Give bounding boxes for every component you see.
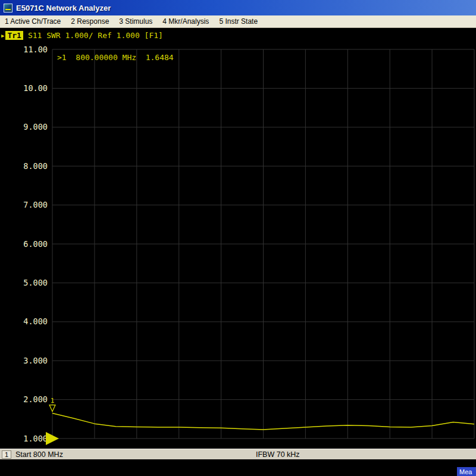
y-tick-label: 7.000 [23,200,48,209]
y-tick-label: 2.000 [23,394,48,404]
y-tick-label: 9.000 [23,122,48,131]
menu-item-mkr-analysis[interactable]: 4 Mkr/Analysis [162,17,209,26]
y-tick-label: 4.000 [23,317,48,326]
active-trace-arrow-icon: ▶ [1,33,4,39]
measurement-status-badge: Mea [457,467,476,476]
menu-item-response[interactable]: 2 Response [71,17,109,26]
marker-readout: >1 800.00000 MHz 1.6484 [57,53,174,62]
menu-item-instr-state[interactable]: 5 Instr State [219,17,258,26]
marker-1-number: 1 [51,397,55,405]
app-window: E5071C Network Analyzer 1 Active Ch/Trac… [0,0,476,476]
menu-item-active-ch-trace[interactable]: 1 Active Ch/Trace [5,17,61,26]
sweep-start-label: Start 800 MHz [15,450,63,459]
y-tick-label: 10.00 [23,83,48,93]
marker-1-icon [49,405,55,412]
y-tick-label: 1.000 [23,434,48,443]
instrument-screen: 11.0010.009.0008.0007.0006.0005.0004.000… [0,28,476,449]
channel-number-badge: 1 [2,450,11,459]
y-tick-label: 8.000 [23,161,48,171]
y-tick-label: 11.00 [23,45,48,54]
channel-status-bar: 1 Start 800 MHz IFBW 70 kHz [0,449,476,459]
instrument-status-bar: Mea [0,459,476,476]
trace-status-line: ▶ Tr1 S11 SWR 1.000/ Ref 1.000 [F1] [1,31,163,40]
ifbw-label: IFBW 70 kHz [256,450,300,459]
y-tick-label: 5.000 [23,278,48,287]
window-title: E5071C Network Analyzer [16,4,111,12]
titlebar[interactable]: E5071C Network Analyzer [0,0,476,15]
y-tick-label: 6.000 [23,239,48,249]
trace1-settings: S11 SWR 1.000/ Ref 1.000 [F1] [28,31,163,40]
menubar: 1 Active Ch/Trace 2 Response 3 Stimulus … [0,15,476,28]
trace1-label[interactable]: Tr1 [5,31,23,40]
graph-plot: 11.0010.009.0008.0007.0006.0005.0004.000… [0,28,476,449]
menu-item-stimulus[interactable]: 3 Stimulus [119,17,152,26]
y-tick-label: 3.000 [23,356,48,365]
app-icon [4,4,12,12]
